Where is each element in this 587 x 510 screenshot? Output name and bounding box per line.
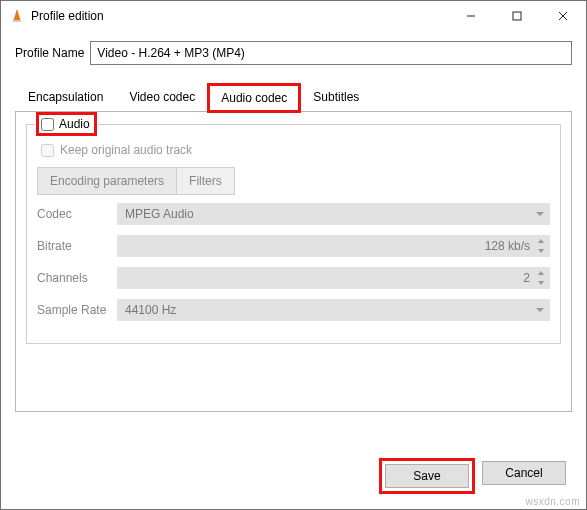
codec-dropdown[interactable]: MPEG Audio bbox=[117, 203, 550, 225]
profile-name-label: Profile Name bbox=[15, 46, 84, 60]
audio-codec-panel: Audio Keep original audio track Encoding… bbox=[15, 112, 572, 412]
dialog-footer: Save Cancel bbox=[382, 461, 566, 491]
audio-group: Audio Keep original audio track Encoding… bbox=[26, 124, 561, 344]
samplerate-dropdown[interactable]: 44100 Hz bbox=[117, 299, 550, 321]
svg-rect-1 bbox=[13, 20, 21, 22]
svg-marker-0 bbox=[14, 10, 20, 20]
audio-legend-label: Audio bbox=[59, 117, 90, 131]
audio-subtabs: Encoding parameters Filters bbox=[37, 167, 550, 195]
watermark-text: wsxdn.com bbox=[525, 496, 580, 507]
vlc-cone-icon bbox=[9, 8, 25, 24]
chevron-down-icon[interactable] bbox=[534, 278, 548, 288]
keep-original-checkbox[interactable] bbox=[41, 144, 54, 157]
chevron-down-icon[interactable] bbox=[534, 246, 548, 256]
subtab-filters[interactable]: Filters bbox=[177, 167, 235, 195]
window-title: Profile edition bbox=[31, 9, 448, 23]
close-button[interactable] bbox=[540, 1, 586, 31]
channels-spinner[interactable]: 2 bbox=[117, 267, 550, 289]
channels-value: 2 bbox=[523, 271, 530, 285]
codec-value: MPEG Audio bbox=[125, 207, 194, 221]
samplerate-value: 44100 Hz bbox=[125, 303, 176, 317]
samplerate-label: Sample Rate bbox=[37, 303, 117, 317]
tab-encapsulation[interactable]: Encapsulation bbox=[15, 83, 116, 111]
bitrate-spinner[interactable]: 128 kb/s bbox=[117, 235, 550, 257]
chevron-up-icon[interactable] bbox=[534, 268, 548, 278]
cancel-button[interactable]: Cancel bbox=[482, 461, 566, 485]
audio-enable-checkbox[interactable] bbox=[41, 118, 54, 131]
bitrate-label: Bitrate bbox=[37, 239, 117, 253]
channels-label: Channels bbox=[37, 271, 117, 285]
tab-subtitles[interactable]: Subtitles bbox=[300, 83, 372, 111]
svg-rect-3 bbox=[513, 12, 521, 20]
bitrate-value: 128 kb/s bbox=[485, 239, 530, 253]
minimize-button[interactable] bbox=[448, 1, 494, 31]
window-controls bbox=[448, 1, 586, 31]
titlebar: Profile edition bbox=[1, 1, 586, 31]
encoding-parameters-panel: Codec MPEG Audio Bitrate 128 kb/s Channe… bbox=[37, 195, 550, 321]
subtab-encoding-parameters[interactable]: Encoding parameters bbox=[37, 167, 177, 195]
profile-name-input[interactable] bbox=[90, 41, 572, 65]
maximize-button[interactable] bbox=[494, 1, 540, 31]
profile-edition-window: Profile edition Profile Name Encapsulati… bbox=[0, 0, 587, 510]
tab-audio-codec[interactable]: Audio codec bbox=[208, 84, 300, 112]
save-button[interactable]: Save bbox=[385, 464, 469, 488]
main-tabs: Encapsulation Video codec Audio codec Su… bbox=[15, 83, 572, 112]
codec-label: Codec bbox=[37, 207, 117, 221]
keep-original-label: Keep original audio track bbox=[60, 143, 192, 157]
tab-video-codec[interactable]: Video codec bbox=[116, 83, 208, 111]
chevron-up-icon[interactable] bbox=[534, 236, 548, 246]
